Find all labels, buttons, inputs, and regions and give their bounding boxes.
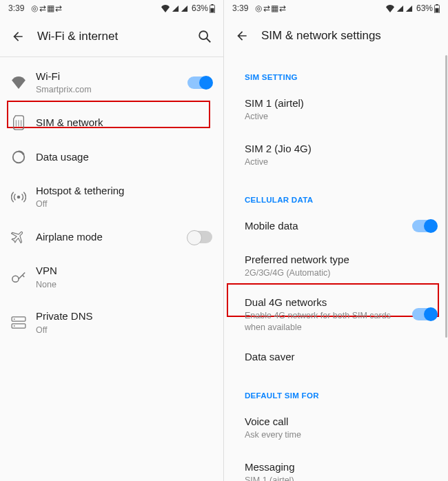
row-data-usage[interactable]: Data usage: [0, 140, 223, 174]
row-title: SIM 2 (Jio 4G): [245, 142, 437, 156]
status-bar: 3:39 ◎ ⇄ ▦ ⇄ 63%: [224, 0, 448, 17]
svg-line-4: [207, 39, 211, 43]
svg-rect-18: [436, 4, 438, 5]
row-title: Data saver: [245, 350, 437, 364]
svg-point-3: [199, 31, 207, 39]
row-data-saver[interactable]: Data saver: [234, 340, 448, 373]
row-title: Dual 4G networks: [245, 296, 412, 309]
hotspot-icon: [11, 190, 26, 205]
row-title: VPN: [36, 264, 212, 278]
row-subtitle: Enable 4G network for both SIM cards whe…: [245, 310, 412, 334]
row-title: Messaging: [245, 460, 437, 474]
svg-point-10: [12, 276, 19, 282]
row-private-dns[interactable]: Private DNS Off: [0, 300, 223, 345]
status-time: 3:39: [8, 3, 24, 13]
row-subtitle: Active: [245, 156, 437, 168]
row-subtitle: Active: [245, 111, 437, 123]
airplane-icon: [11, 229, 26, 245]
page-title: SIM & network settings: [261, 29, 437, 43]
battery-icon: [210, 4, 215, 13]
svg-rect-1: [212, 4, 214, 5]
row-wifi[interactable]: Wi-Fi Smartprix.com: [0, 60, 223, 105]
screen-wifi-internet: 3:39 ◎ ⇄ ▦ ⇄ 63%: [0, 0, 224, 481]
svg-rect-2: [210, 8, 214, 12]
vpn-icon: [11, 269, 26, 285]
svg-line-12: [23, 276, 25, 278]
mobile-data-toggle[interactable]: [412, 220, 437, 232]
section-label-default-sim: DEFAULT SIM FOR: [234, 373, 448, 405]
airplane-toggle[interactable]: [187, 231, 212, 243]
row-sim2[interactable]: SIM 2 (Jio 4G) Active: [234, 132, 448, 178]
row-title: Airplane mode: [36, 230, 187, 244]
status-notif-icons: ◎ ⇄ ▦ ⇄: [255, 3, 285, 13]
row-title: Wi-Fi: [36, 70, 187, 83]
row-title: Data usage: [36, 150, 212, 164]
battery-percent: 63%: [416, 3, 433, 13]
row-title: Voice call: [245, 415, 437, 429]
svg-point-16: [14, 325, 15, 327]
back-icon[interactable]: [235, 29, 249, 43]
settings-list: Wi-Fi Smartprix.com SIM & network Dat: [0, 57, 223, 346]
battery-icon: [434, 4, 440, 13]
section-label-sim: SIM SETTING: [234, 55, 448, 87]
cell-signal-icon-2: [405, 5, 413, 12]
row-title: SIM 1 (airtel): [245, 96, 437, 110]
row-title: SIM & network: [36, 116, 212, 130]
row-subtitle: Off: [36, 325, 212, 336]
row-subtitle: Off: [36, 198, 212, 210]
section-label-cellular: CELLULAR DATA: [234, 178, 448, 209]
row-mobile-data[interactable]: Mobile data: [234, 209, 448, 243]
back-icon[interactable]: [11, 30, 25, 43]
row-sim-network[interactable]: SIM & network: [0, 105, 223, 140]
data-usage-icon: [11, 150, 26, 165]
row-hotspot[interactable]: Hotspot & tethering Off: [0, 174, 223, 220]
header: SIM & network settings: [224, 17, 448, 55]
header: Wi-Fi & internet: [0, 17, 223, 57]
row-subtitle: None: [36, 279, 212, 291]
row-title: Preferred network type: [245, 253, 437, 267]
cell-signal-icon: [396, 5, 404, 12]
row-subtitle: Smartprix.com: [36, 84, 187, 96]
svg-point-9: [17, 196, 21, 199]
dns-icon: [11, 315, 26, 330]
row-dual-4g[interactable]: Dual 4G networks Enable 4G network for b…: [234, 289, 448, 340]
settings-list: SIM SETTING SIM 1 (airtel) Active SIM 2 …: [224, 55, 448, 481]
row-preferred-network[interactable]: Preferred network type 2G/3G/4G (Automat…: [234, 243, 448, 289]
row-voice-call[interactable]: Voice call Ask every time: [234, 405, 448, 451]
svg-point-15: [14, 319, 15, 320]
row-title: Private DNS: [36, 309, 212, 323]
status-time: 3:39: [232, 3, 248, 13]
row-messaging[interactable]: Messaging SIM 1 (airtel): [234, 451, 448, 481]
cell-signal-icon-2: [181, 5, 188, 12]
row-sim1[interactable]: SIM 1 (airtel) Active: [234, 87, 448, 132]
search-icon[interactable]: [197, 29, 212, 44]
row-vpn[interactable]: VPN None: [0, 254, 223, 300]
dual-4g-toggle[interactable]: [412, 308, 437, 320]
row-subtitle: SIM 1 (airtel): [245, 475, 437, 481]
row-title: Mobile data: [245, 219, 412, 233]
row-subtitle: Ask every time: [245, 429, 437, 441]
screen-sim-network-settings: 3:39 ◎ ⇄ ▦ ⇄ 63%: [224, 0, 448, 481]
cell-signal-icon: [172, 5, 179, 12]
row-subtitle: 2G/3G/4G (Automatic): [245, 267, 437, 279]
svg-rect-19: [435, 8, 438, 12]
sim-icon: [11, 115, 26, 130]
page-title: Wi-Fi & internet: [37, 30, 197, 43]
status-notif-icons: ◎ ⇄ ▦ ⇄: [31, 3, 61, 13]
wifi-icon: [11, 75, 26, 90]
battery-percent: 63%: [192, 3, 208, 13]
wifi-toggle[interactable]: [187, 76, 212, 89]
status-bar: 3:39 ◎ ⇄ ▦ ⇄ 63%: [0, 0, 223, 17]
row-airplane[interactable]: Airplane mode: [0, 220, 223, 254]
row-title: Hotspot & tethering: [36, 184, 212, 198]
wifi-signal-icon: [385, 5, 395, 12]
wifi-signal-icon: [161, 5, 170, 12]
svg-line-11: [19, 273, 25, 279]
